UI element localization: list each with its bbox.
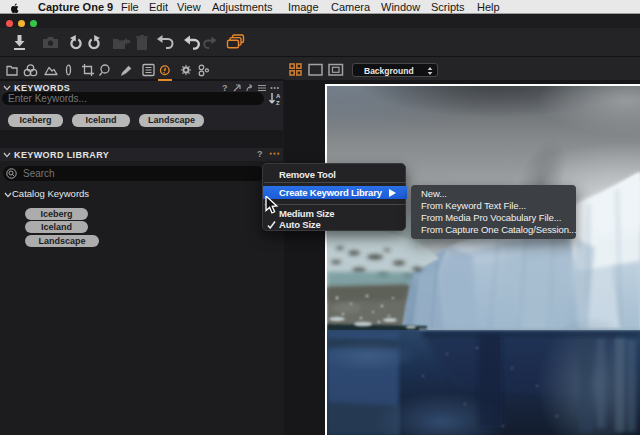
svg-text:Z: Z xyxy=(276,100,280,106)
svg-text:A: A xyxy=(276,93,281,99)
